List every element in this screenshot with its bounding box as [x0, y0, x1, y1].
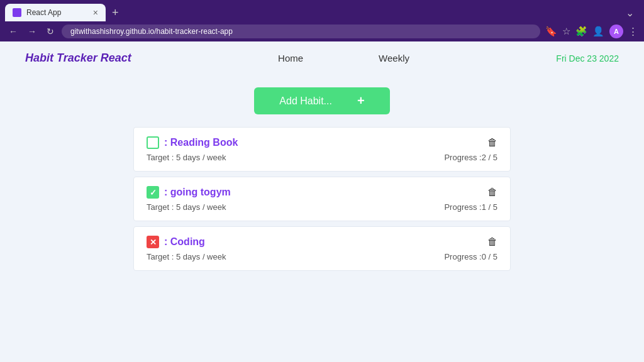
app-container: Habit Tracker React Home Weekly Fri Dec …	[0, 41, 644, 288]
nav-weekly-link[interactable]: Weekly	[379, 53, 409, 63]
x-mark-icon: ✕	[150, 238, 157, 247]
tab-close-button[interactable]: ×	[93, 8, 98, 17]
plus-icon: +	[357, 94, 365, 108]
habit-footer-1: Target : 5 days / week Progress :2 / 5	[147, 153, 497, 162]
habit-name-1: : Reading Book	[164, 137, 238, 148]
habit-footer-2: Target : 5 days / week Progress :1 / 5	[147, 202, 497, 212]
delete-habit-3-button[interactable]: 🗑	[487, 236, 497, 248]
habit-list: : Reading Book 🗑 Target : 5 days / week …	[133, 127, 511, 276]
active-tab[interactable]: React App ×	[5, 4, 106, 21]
delete-habit-1-button[interactable]: 🗑	[487, 137, 497, 148]
delete-habit-2-button[interactable]: 🗑	[487, 187, 497, 198]
habit-header: : Reading Book 🗑	[147, 136, 497, 149]
habit-footer-3: Target : 5 days / week Progress :0 / 5	[147, 252, 497, 261]
habit-target-3: Target : 5 days / week	[147, 252, 226, 261]
habit-title-row: : Reading Book	[147, 136, 238, 149]
habit-name-2: : going togym	[164, 187, 231, 198]
tab-bar-chevron[interactable]: ⌄	[621, 4, 639, 21]
checkmark-icon: ✓	[150, 188, 157, 197]
browser-actions: 🔖 ☆ 🧩 👤 A ⋮	[545, 25, 638, 38]
habit-progress-1: Progress :2 / 5	[444, 153, 497, 162]
tab-favicon	[13, 8, 21, 17]
address-input[interactable]	[62, 25, 540, 38]
new-tab-button[interactable]: +	[108, 5, 123, 21]
tab-title: React App	[26, 8, 88, 17]
habit-progress-3: Progress :0 / 5	[444, 252, 497, 261]
address-bar-row: ← → ↻ 🔖 ☆ 🧩 👤 A ⋮	[0, 21, 644, 41]
habit-title-row: ✓ : going togym	[147, 186, 231, 199]
profile-icon[interactable]: 👤	[592, 26, 604, 37]
avatar[interactable]: A	[609, 25, 623, 38]
forward-button[interactable]: →	[25, 25, 39, 38]
navbar-links: Home Weekly	[278, 53, 409, 63]
habit-card: ✓ : going togym 🗑 Target : 5 days / week…	[133, 177, 511, 221]
habit-checkbox-3[interactable]: ✕	[147, 236, 159, 248]
navbar-brand: Habit Tracker React	[25, 52, 131, 65]
habit-header: ✓ : going togym 🗑	[147, 186, 497, 199]
habit-progress-2: Progress :1 / 5	[444, 202, 497, 212]
star-icon[interactable]: ☆	[562, 26, 570, 37]
habit-card: : Reading Book 🗑 Target : 5 days / week …	[133, 127, 511, 172]
bookmark-icon[interactable]: 🔖	[545, 26, 557, 37]
habit-card: ✕ : Coding 🗑 Target : 5 days / week Prog…	[133, 226, 511, 271]
reload-button[interactable]: ↻	[44, 25, 57, 38]
habit-checkbox-1[interactable]	[147, 136, 159, 149]
nav-home-link[interactable]: Home	[278, 53, 303, 63]
tab-bar: React App × + ⌄	[0, 0, 644, 21]
main-content: Add Habit... + : Reading Book 🗑 Target :…	[0, 75, 644, 288]
navbar: Habit Tracker React Home Weekly Fri Dec …	[0, 41, 644, 75]
habit-target-1: Target : 5 days / week	[147, 153, 226, 162]
navbar-date: Fri Dec 23 2022	[556, 53, 619, 63]
menu-icon[interactable]: ⋮	[628, 26, 638, 37]
add-habit-label: Add Habit...	[279, 96, 332, 107]
habit-checkbox-2[interactable]: ✓	[147, 186, 159, 199]
habit-name-3: : Coding	[164, 236, 205, 248]
back-button[interactable]: ←	[6, 25, 20, 38]
add-habit-button[interactable]: Add Habit... +	[254, 87, 389, 114]
habit-title-row: ✕ : Coding	[147, 236, 205, 248]
extension-icon[interactable]: 🧩	[575, 26, 587, 37]
habit-header: ✕ : Coding 🗑	[147, 236, 497, 248]
browser-chrome: React App × + ⌄ ← → ↻ 🔖 ☆ 🧩 👤 A ⋮	[0, 0, 644, 41]
habit-target-2: Target : 5 days / week	[147, 202, 226, 212]
